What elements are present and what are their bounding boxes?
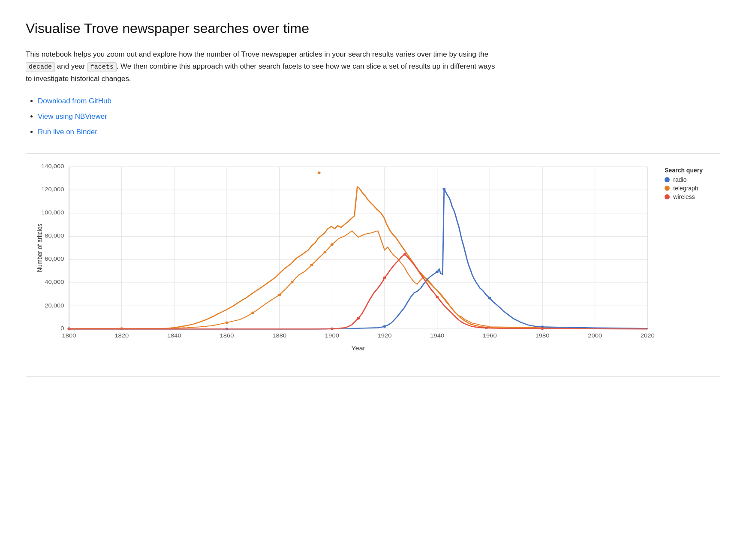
svg-text:1940: 1940 <box>430 332 444 339</box>
legend-label-telegraph: telegraph <box>673 185 698 192</box>
svg-text:2020: 2020 <box>641 332 655 339</box>
svg-text:40,000: 40,000 <box>45 279 64 285</box>
legend-item-radio: radio <box>665 176 703 183</box>
svg-text:0: 0 <box>60 325 64 331</box>
legend-item-telegraph: telegraph <box>665 185 703 192</box>
telegraph-dot-peak <box>318 172 321 174</box>
description: This notebook helps you zoom out and exp… <box>26 48 497 85</box>
wireless-dot <box>383 277 386 279</box>
svg-text:1920: 1920 <box>377 332 391 339</box>
list-item-binder: Run live on Binder <box>38 128 720 136</box>
chart-svg: .grid-line { stroke: #e0e0e0; stroke-wid… <box>35 163 711 359</box>
svg-text:20,000: 20,000 <box>45 302 64 308</box>
telegraph-dot <box>324 251 327 253</box>
svg-text:60,000: 60,000 <box>45 256 64 262</box>
link-github[interactable]: Download from GitHub <box>38 97 111 105</box>
telegraph-dot <box>251 311 254 314</box>
chart-area: .grid-line { stroke: #e0e0e0; stroke-wid… <box>35 163 711 359</box>
radio-dot <box>383 325 386 328</box>
svg-text:100,000: 100,000 <box>41 209 64 216</box>
legend-label-wireless: wireless <box>673 193 695 200</box>
wireless-dot-peak <box>403 253 406 256</box>
wireless-dot <box>436 295 439 298</box>
chart-container: .grid-line { stroke: #e0e0e0; stroke-wid… <box>26 154 720 376</box>
wireless-dot <box>541 327 544 330</box>
svg-text:1900: 1900 <box>325 332 339 339</box>
svg-text:1880: 1880 <box>272 332 286 339</box>
svg-text:120,000: 120,000 <box>41 186 64 193</box>
legend-dot-telegraph <box>665 186 670 191</box>
code-decade: decade <box>26 62 55 72</box>
legend-item-wireless: wireless <box>665 193 703 200</box>
link-list: Download from GitHub View using NBViewer… <box>26 97 720 136</box>
legend-dot-wireless <box>665 194 670 199</box>
telegraph-dot <box>278 294 281 296</box>
radio-dot <box>442 188 445 190</box>
telegraph-dot <box>310 264 313 266</box>
radio-line <box>69 189 647 329</box>
legend-dot-radio <box>665 177 670 182</box>
svg-text:1840: 1840 <box>167 332 181 339</box>
telegraph-dot <box>291 281 294 283</box>
svg-text:1820: 1820 <box>114 332 129 339</box>
svg-text:Year: Year <box>352 345 365 352</box>
telegraph-dot <box>226 321 229 324</box>
radio-dot <box>436 271 439 273</box>
list-item-nbviewer: View using NBViewer <box>38 112 720 121</box>
svg-text:Number of articles: Number of articles <box>36 223 43 272</box>
page-title: Visualise Trove newspaper searches over … <box>26 21 720 36</box>
chart-legend: Search query radio telegraph wireless <box>665 167 703 202</box>
radio-dot <box>488 297 491 299</box>
svg-text:140,000: 140,000 <box>41 163 64 169</box>
code-facets: facets <box>87 62 117 72</box>
wireless-dot <box>357 317 360 319</box>
svg-text:1980: 1980 <box>535 332 550 339</box>
telegraph-line-detail <box>69 187 647 329</box>
legend-label-radio: radio <box>673 176 686 183</box>
svg-text:1960: 1960 <box>483 332 497 339</box>
list-item-github: Download from GitHub <box>38 97 720 105</box>
link-binder[interactable]: Run live on Binder <box>38 128 97 136</box>
telegraph-dot <box>331 243 334 246</box>
link-nbviewer[interactable]: View using NBViewer <box>38 112 107 120</box>
telegraph-line <box>69 231 647 328</box>
svg-text:2000: 2000 <box>588 332 602 339</box>
legend-title: Search query <box>665 167 703 174</box>
svg-text:1800: 1800 <box>62 332 76 339</box>
svg-text:80,000: 80,000 <box>45 232 64 239</box>
svg-text:1860: 1860 <box>220 332 234 339</box>
